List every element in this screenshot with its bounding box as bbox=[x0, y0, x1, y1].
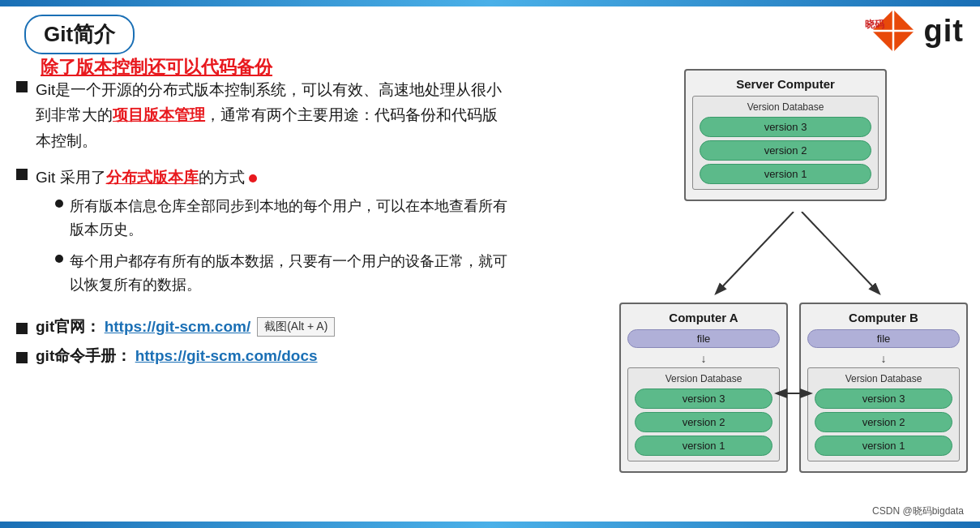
computer-b-title: Computer B bbox=[807, 311, 960, 324]
b-v2: version 2 bbox=[815, 412, 952, 432]
subtitle: 除了版本控制还可以代码备份 bbox=[41, 55, 272, 79]
computer-b-db: Version Database version 3 version 2 ver… bbox=[807, 367, 960, 461]
horizontal-arrow bbox=[773, 385, 814, 401]
computer-a-db: Version Database version 3 version 2 ver… bbox=[627, 367, 780, 461]
server-db-label: Version Database bbox=[700, 101, 871, 113]
server-version-db: Version Database version 3 version 2 ver… bbox=[692, 96, 879, 190]
diagonal-arrows bbox=[668, 212, 927, 309]
docs-url[interactable]: https://git-scm.com/docs bbox=[135, 347, 318, 365]
git-label: git bbox=[924, 14, 964, 49]
official-url[interactable]: https://git-scm.com/ bbox=[105, 318, 251, 336]
circle-bullet-1 bbox=[55, 200, 63, 208]
b-v3: version 3 bbox=[815, 388, 952, 409]
official-label: git官网： bbox=[36, 316, 101, 337]
sub-bullet-2: 每个用户都存有所有的版本数据，只要有一个用户的设备正常，就可以恢复所有的数据。 bbox=[55, 250, 511, 297]
bottom-bar bbox=[0, 522, 980, 528]
screenshot-tooltip: 截图(Alt + A) bbox=[257, 317, 335, 337]
bullet-2-after: 的方式 bbox=[199, 169, 245, 186]
bullet-1-text: Git是一个开源的分布式版本控制系统，可以有效、高速地处理从很小到非常大的项目版… bbox=[36, 77, 511, 153]
a-v1: version 1 bbox=[635, 436, 772, 456]
svg-line-8 bbox=[802, 212, 879, 293]
computer-b-file: file bbox=[807, 329, 960, 348]
server-title: Server Computer bbox=[692, 77, 879, 91]
bullet-2-content: Git 采用了分布式版本库的方式 所有版本信息仓库全部同步到本地的每个用户，可以… bbox=[36, 165, 511, 305]
down-arrow-b: ↓ bbox=[807, 352, 960, 365]
bullet-square-2 bbox=[16, 169, 28, 180]
a-v2: version 2 bbox=[635, 412, 772, 432]
bullet-2-before: Git 采用了 bbox=[36, 169, 106, 186]
bullet-square-1 bbox=[16, 81, 28, 92]
top-bar bbox=[0, 0, 980, 6]
sub-text-2: 每个用户都存有所有的版本数据，只要有一个用户的设备正常，就可以恢复所有的数据。 bbox=[70, 250, 511, 297]
diagram-area: Server Computer Version Database version… bbox=[619, 69, 968, 507]
computer-b-db-label: Version Database bbox=[815, 373, 952, 384]
cursor-dot bbox=[249, 174, 257, 182]
server-v1: version 1 bbox=[700, 164, 871, 184]
server-v3: version 3 bbox=[700, 117, 871, 137]
slide-title: Git简介 bbox=[44, 22, 115, 46]
sub-bullets: 所有版本信息仓库全部同步到本地的每个用户，可以在本地查看所有版本历史。 每个用户… bbox=[55, 195, 511, 296]
title-box: Git简介 bbox=[24, 15, 135, 54]
sub-bullet-1: 所有版本信息仓库全部同步到本地的每个用户，可以在本地查看所有版本历史。 bbox=[55, 195, 511, 242]
b-v1: version 1 bbox=[815, 436, 952, 456]
link-official: git官网： https://git-scm.com/ 截图(Alt + A) bbox=[16, 316, 511, 337]
bullet-2-highlight: 分布式版本库 bbox=[106, 169, 199, 186]
computer-a-box: Computer A file ↓ Version Database versi… bbox=[619, 303, 788, 473]
bullet-2: Git 采用了分布式版本库的方式 所有版本信息仓库全部同步到本地的每个用户，可以… bbox=[16, 165, 511, 305]
svg-line-7 bbox=[717, 212, 794, 293]
bullet-2-text: Git 采用了分布式版本库的方式 bbox=[36, 165, 511, 190]
computer-a-file: file bbox=[627, 329, 780, 348]
circle-bullet-2 bbox=[55, 255, 63, 263]
bullet-square-3 bbox=[16, 323, 28, 334]
git-logo-area: 晓码 git bbox=[869, 6, 964, 55]
bullet-1-highlight: 项目版本管理 bbox=[113, 106, 205, 123]
bullet-square-4 bbox=[16, 352, 28, 363]
sub-text-1: 所有版本信息仓库全部同步到本地的每个用户，可以在本地查看所有版本历史。 bbox=[70, 195, 511, 242]
watermark: CSDN @晓码bigdata bbox=[872, 504, 964, 518]
slide-container: Git简介 晓码 git 除了版本控制还可以代码备份 Git是一个开源的分布式版… bbox=[0, 0, 980, 528]
content-left: Git是一个开源的分布式版本控制系统，可以有效、高速地处理从很小到非常大的项目版… bbox=[16, 77, 511, 375]
computer-a-db-label: Version Database bbox=[635, 373, 772, 384]
docs-label: git命令手册： bbox=[36, 346, 131, 367]
computer-a-title: Computer A bbox=[627, 311, 780, 324]
a-v3: version 3 bbox=[635, 388, 772, 409]
brand-text: 晓码 bbox=[865, 18, 884, 32]
down-arrow-a: ↓ bbox=[627, 352, 780, 365]
server-computer-box: Server Computer Version Database version… bbox=[684, 69, 887, 201]
link-docs: git命令手册： https://git-scm.com/docs bbox=[16, 346, 511, 367]
computer-b-box: Computer B file ↓ Version Database versi… bbox=[799, 303, 968, 473]
bullet-1: Git是一个开源的分布式版本控制系统，可以有效、高速地处理从很小到非常大的项目版… bbox=[16, 77, 511, 153]
server-v2: version 2 bbox=[700, 140, 871, 161]
